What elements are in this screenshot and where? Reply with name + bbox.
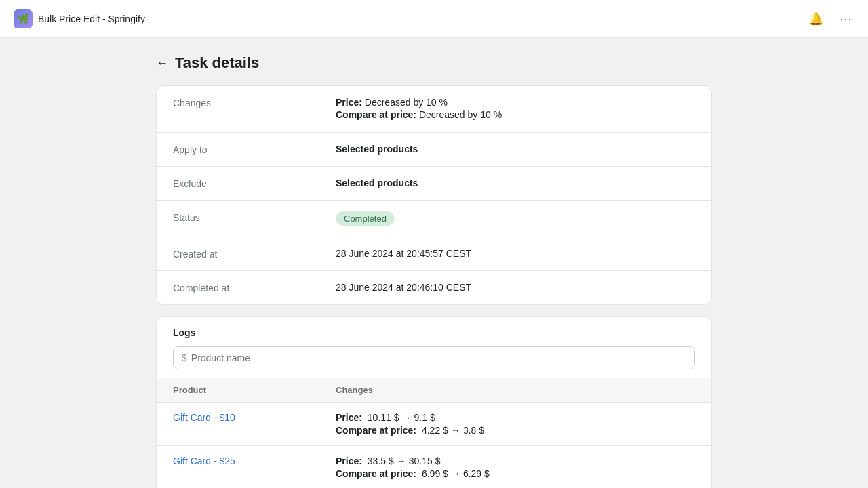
top-bar-left: 🌿 Bulk Price Edit - Springify [14,9,145,28]
price-label: Price: [336,455,362,466]
page-title: Task details [175,54,259,72]
status-badge: Completed [336,211,395,226]
exclude-value: Selected products [336,178,695,188]
price-label: Price: [336,97,362,108]
changes-value: Price: Decreased by 10 % Compare at pric… [336,97,695,121]
exclude-value-text: Selected products [336,178,418,188]
completed-at-value: 28 June 2024 at 20:46:10 CEST [336,282,695,293]
top-bar-right: 🔔 ⋯ [806,9,854,29]
app-title: Bulk Price Edit - Springify [38,14,145,24]
table-row: Gift Card - $25Price: 33.5 $ → 30.15 $Co… [157,446,711,488]
changes-cell: Price: 33.5 $ → 30.15 $Compare at price:… [336,455,695,479]
search-row: $ [157,346,711,378]
back-arrow-icon: ← [156,56,168,70]
detail-row-apply-to: Apply to Selected products [157,133,711,167]
apply-to-value: Selected products [336,144,695,155]
compare-change-line: Compare at price: 4.22 $ → 3.8 $ [336,425,695,436]
menu-button[interactable]: ⋯ [837,9,854,29]
detail-row-exclude: Exclude Selected products [157,167,711,201]
compare-change-line: Compare at price: 6.99 $ → 6.29 $ [336,468,695,479]
detail-row-completed-at: Completed at 28 June 2024 at 20:46:10 CE… [157,271,711,304]
product-link[interactable]: Gift Card - $25 [173,455,336,466]
compare-at-price-label: Compare at price: [336,109,416,120]
page-content: ← Task details Changes Price: Decreased … [142,38,726,488]
details-card: Changes Price: Decreased by 10 % Compare… [156,85,712,305]
arrow-icon: → [402,412,412,423]
changes-cell: Price: 10.11 $ → 9.1 $Compare at price: … [336,412,695,436]
detail-row-created-at: Created at 28 June 2024 at 20:45:57 CEST [157,237,711,271]
product-link[interactable]: Gift Card - $10 [173,412,336,423]
compare-at-price-value: Decreased by 10 % [419,109,502,120]
arrow-icon: → [451,425,460,436]
page-header: ← Task details [156,54,712,72]
back-button[interactable]: ← [156,56,168,70]
arrow-icon: → [451,468,460,479]
exclude-label: Exclude [173,178,336,189]
compare-at-price-line: Compare at price: Decreased by 10 % [336,109,695,120]
col-product-header: Product [173,385,336,395]
compare-at-price-label: Compare at price: [336,425,416,436]
apply-to-label: Apply to [173,144,336,155]
price-label: Price: [336,412,362,423]
bell-button[interactable]: 🔔 [806,9,826,29]
app-icon: 🌿 [14,9,33,28]
search-input[interactable] [191,352,686,363]
detail-row-status: Status Completed [157,201,711,237]
table-row: Gift Card - $10Price: 10.11 $ → 9.1 $Com… [157,403,711,446]
col-changes-header: Changes [336,385,695,395]
table-body: Gift Card - $10Price: 10.11 $ → 9.1 $Com… [157,403,711,488]
price-change-value: Decreased by 10 % [365,97,448,108]
price-change-line: Price: 33.5 $ → 30.15 $ [336,455,695,466]
completed-at-label: Completed at [173,282,336,293]
logs-title: Logs [157,317,711,346]
logs-card: Logs $ Product Changes Gift Card - $10Pr… [156,316,712,488]
search-dollar-icon: $ [182,352,187,363]
created-at-label: Created at [173,248,336,260]
changes-label: Changes [173,97,336,108]
apply-to-value-text: Selected products [336,144,418,155]
top-bar: 🌿 Bulk Price Edit - Springify 🔔 ⋯ [0,0,868,38]
price-change-line: Price: 10.11 $ → 9.1 $ [336,412,695,423]
table-header: Product Changes [157,378,711,403]
created-at-value: 28 June 2024 at 20:45:57 CEST [336,248,695,259]
search-wrapper[interactable]: $ [173,346,695,369]
detail-row-changes: Changes Price: Decreased by 10 % Compare… [157,86,711,133]
status-value: Completed [336,211,695,226]
price-change-line: Price: Decreased by 10 % [336,97,695,108]
compare-at-price-label: Compare at price: [336,468,416,479]
arrow-icon: → [397,455,406,466]
status-label: Status [173,211,336,223]
